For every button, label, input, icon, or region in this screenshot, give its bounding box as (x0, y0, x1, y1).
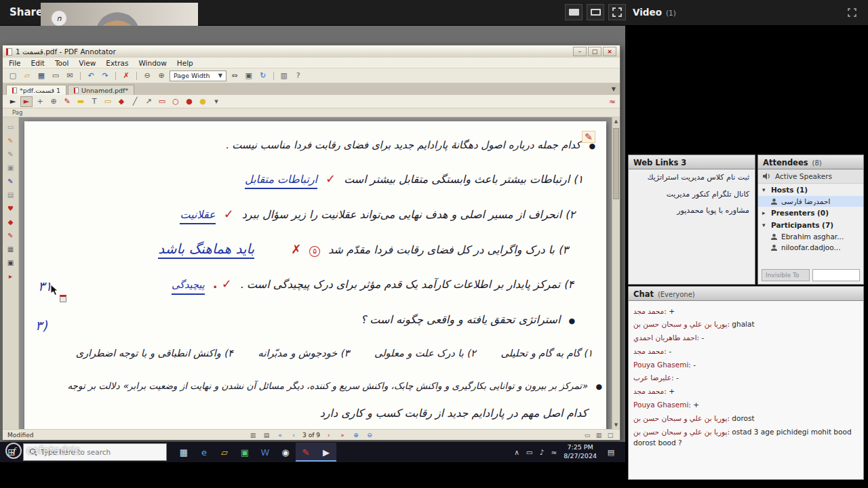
note-icon[interactable]: ▭ (102, 96, 114, 107)
prev-page-icon[interactable]: ‹ (289, 430, 298, 439)
store-icon[interactable]: ▣ (235, 443, 255, 462)
presenters-group-header[interactable]: ▸ Presenters (0) (758, 207, 863, 219)
help-icon[interactable]: ? (292, 70, 304, 81)
participant-row[interactable]: niloofar.dadjoo... (758, 242, 863, 253)
side-grid-icon[interactable]: ▤ (5, 190, 16, 199)
screen-view-button[interactable] (565, 4, 583, 20)
separator[interactable] (273, 72, 274, 80)
rectangle-icon[interactable]: ▭ (156, 96, 168, 107)
next-page-icon[interactable]: › (324, 430, 334, 439)
web-link[interactable]: ثبت نام كلاس مديريت استراتژيك (629, 169, 755, 186)
maximize-button[interactable]: □ (588, 47, 601, 56)
save-icon[interactable]: ▦ (35, 70, 47, 81)
first-page-icon[interactable]: « (275, 430, 285, 439)
separator[interactable] (80, 72, 81, 80)
host-row[interactable]: احمدرضا فارسي (758, 196, 863, 207)
menu-item[interactable]: Window (138, 59, 166, 67)
menu-item[interactable]: Extras (106, 59, 128, 67)
rotate-icon[interactable]: ↻ (257, 70, 269, 81)
start-button[interactable]: ⊞ (0, 442, 23, 462)
hidden-icons-chevron[interactable]: ∧ (514, 448, 519, 456)
separator[interactable] (136, 72, 137, 80)
share-fullscreen-button[interactable] (608, 4, 626, 20)
pdf-annotator-taskbar-icon[interactable]: ✎ (296, 443, 316, 462)
layout-toggle-button[interactable] (587, 4, 604, 20)
media-app-icon[interactable]: ▶ (316, 443, 336, 462)
line-icon[interactable]: ╱ (129, 96, 141, 107)
fit-page-icon[interactable]: ▣ (243, 70, 255, 81)
status-zoom-out-icon[interactable]: ⊖ (365, 430, 374, 439)
text-tool-icon[interactable]: T (88, 96, 100, 107)
tab-list-chevron[interactable]: ▼ (612, 86, 616, 92)
document-tab[interactable]: Unnamed.pdf* (68, 85, 134, 95)
print-icon[interactable]: ▭ (50, 70, 62, 81)
ellipse-icon[interactable]: ○ (170, 96, 182, 107)
vertical-scrollbar[interactable]: ▲ ▼ (612, 117, 620, 429)
action-center-button[interactable]: ▤ (604, 443, 618, 461)
annotate-select-icon[interactable]: ► (20, 96, 33, 107)
fit-width-icon[interactable]: ⇔ (229, 70, 241, 81)
minimize-button[interactable]: – (573, 47, 587, 56)
chrome-icon[interactable]: ◉ (275, 443, 296, 462)
zoom-select[interactable]: Page Width ▼ (170, 70, 226, 81)
dot-yellow-icon[interactable]: ● (197, 96, 209, 107)
last-page-icon[interactable]: » (338, 430, 347, 439)
scrollbar-thumb[interactable] (613, 128, 619, 199)
menu-item[interactable]: File (9, 59, 21, 67)
pen-icon[interactable]: ✎ (61, 96, 73, 107)
side-dark-icon[interactable]: ▣ (5, 258, 16, 267)
zoom-tool-icon[interactable]: ⊕ (47, 96, 60, 107)
video-pod-options-button[interactable] (848, 7, 856, 20)
dot-red-icon[interactable]: ● (183, 96, 195, 107)
window-title-bar[interactable]: 1 قسمت.pdf - PDF Annotator – □ × (3, 45, 620, 58)
arrow-icon[interactable]: ↗ (142, 96, 155, 107)
zoom-out-icon[interactable]: ⊖ (141, 70, 153, 81)
zoom-in-icon[interactable]: ⊕ (155, 70, 167, 81)
side-pages-icon[interactable]: ▦ (5, 245, 16, 253)
edge-icon[interactable]: e (194, 443, 214, 462)
menu-item[interactable]: Tool (55, 59, 68, 67)
pan-icon[interactable]: + (34, 96, 46, 107)
taskbar-clock[interactable]: 7:25 PM 8/27/2024 (564, 443, 597, 461)
new-icon[interactable]: ▢ (7, 70, 19, 81)
separator[interactable] (115, 72, 116, 80)
fullscreen-doc-icon[interactable]: □ (606, 430, 615, 439)
side-box-icon[interactable]: ▣ (5, 163, 16, 172)
word-icon[interactable]: W (255, 443, 275, 462)
side-pen-orange-icon[interactable]: ✎ (5, 136, 16, 145)
scroll-up-icon[interactable]: ▲ (612, 119, 620, 124)
invisible-to-field[interactable]: Invisible To (762, 269, 810, 281)
menu-item[interactable]: Edit (31, 59, 45, 67)
menu-item[interactable]: View (79, 59, 96, 67)
email-icon[interactable]: ✉ (64, 70, 76, 81)
taskbar-search[interactable] (23, 443, 167, 461)
side-pen-gray-icon[interactable]: ✎ (5, 150, 16, 159)
side-heart-icon[interactable]: ♥ (5, 204, 16, 213)
document-tab[interactable]: 1 قسمت.pdf* (6, 85, 66, 95)
side-pen-red-icon[interactable]: ✎ (5, 231, 16, 240)
page-layout-icon[interactable]: ▥ (248, 430, 258, 439)
open-icon[interactable]: ▱ (21, 70, 33, 81)
file-explorer-icon[interactable]: ▱ (214, 443, 235, 462)
active-speakers-row[interactable]: Active Speakers (758, 169, 863, 184)
volume-icon[interactable]: ♪ (540, 448, 545, 456)
more-tools-icon[interactable]: ▾ (210, 96, 222, 107)
search-input[interactable] (41, 448, 161, 456)
stamp-icon[interactable]: ◆ (115, 96, 127, 107)
side-stamp-icon[interactable]: ◆ (5, 218, 16, 226)
hosts-group-header[interactable]: ▾ Hosts (1) (758, 184, 863, 196)
scroll-down-icon[interactable]: ▼ (612, 422, 620, 428)
menu-item[interactable]: Help (177, 59, 193, 67)
single-page-icon[interactable]: ▭ (583, 430, 592, 439)
participant-row[interactable]: Ebrahim asghar... (758, 231, 863, 242)
close-button[interactable]: × (603, 47, 616, 56)
select-icon[interactable]: ► (7, 96, 19, 107)
task-view-icon[interactable]: ▦ (174, 443, 194, 462)
highlighter-icon[interactable]: ▬ (75, 96, 87, 107)
display-icon[interactable]: ▭ (526, 448, 533, 456)
status-zoom-in-icon[interactable]: ⊕ (351, 430, 361, 439)
side-select-icon[interactable]: ▭ (5, 123, 16, 131)
web-link[interactable]: كانال تلگرام كنكور مديريت (629, 186, 755, 203)
network-icon[interactable]: ≈ (551, 448, 557, 456)
document-viewport[interactable]: ●كدام جمله درباره اصول دهگانهٔ پارادایم … (19, 117, 612, 429)
